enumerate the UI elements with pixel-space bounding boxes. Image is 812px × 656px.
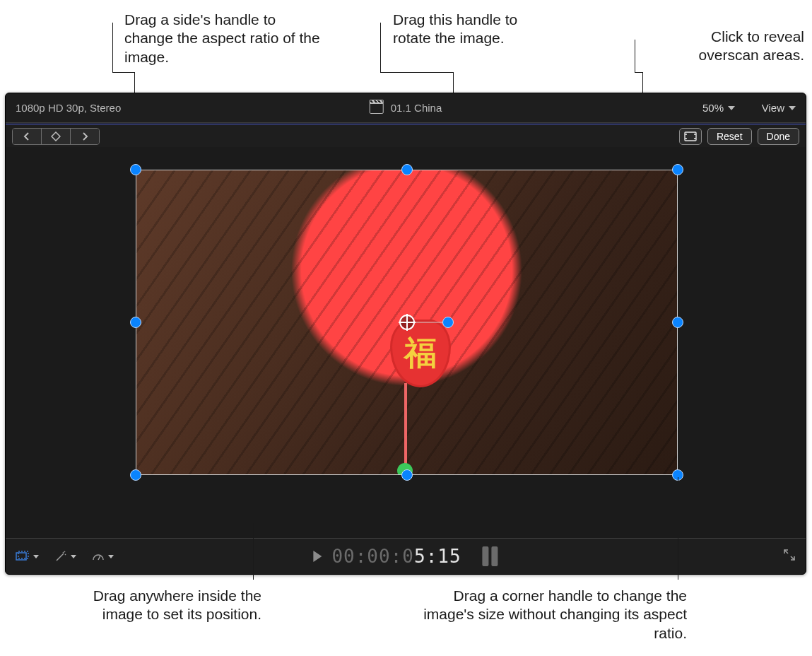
fullscreen-icon [783,549,796,561]
handle-mid-left[interactable] [130,317,141,328]
callout-inside: Drag anywhere inside the image to set it… [57,587,261,624]
play-button[interactable] [313,551,322,562]
leader-line [678,477,678,580]
overscan-icon [684,131,697,141]
handle-bot-mid[interactable] [401,469,413,481]
timecode-dim: 00:00:0 [331,546,414,567]
view-label: View [762,102,784,114]
overscan-button[interactable] [679,128,702,145]
handle-mid-right[interactable] [672,317,683,328]
audio-meters [483,546,498,566]
meter-bar [483,546,489,566]
nav-segment [12,128,100,145]
viewer-topbar: 1080p HD 30p, Stereo 01.1 China 50% View [6,93,806,123]
chevron-right-icon [81,132,89,141]
callout-corner: Drag a corner handle to change the image… [411,587,687,643]
lantern-tag: 福 [390,320,451,387]
viewer-window: 1080p HD 30p, Stereo 01.1 China 50% View [5,93,806,575]
viewer-bottombar: 00:00:05:15 [6,538,806,574]
speedometer-icon [92,551,105,562]
leader-line [635,72,642,73]
rotation-handle[interactable] [442,317,454,328]
clapboard-icon [370,102,384,114]
onscreen-toolbar: Reset Done [6,124,806,148]
viewer-area: 福 [6,147,806,539]
diamond-icon [51,131,61,141]
transform-icon [16,551,30,562]
leader-line [112,72,134,73]
chevron-down-icon [728,106,735,110]
format-label: 1080p HD 30p, Stereo [16,102,121,114]
done-button[interactable]: Done [758,128,799,145]
leader-line [253,523,254,580]
retime-menu[interactable] [92,551,114,562]
center-marker-button[interactable] [42,129,71,144]
timecode-display[interactable]: 00:00:05:15 [331,546,461,567]
clip-title: 01.1 China [370,102,442,114]
leader-line [635,40,635,72]
svg-rect-0 [685,132,696,141]
transform-tool-menu[interactable] [16,551,39,562]
view-select[interactable]: View [762,102,796,114]
chevron-left-icon [23,132,31,141]
chevron-down-icon [33,555,39,558]
reset-button[interactable]: Reset [707,128,752,145]
handle-bot-left[interactable] [130,469,141,481]
next-edit-button[interactable] [71,129,99,144]
handle-top-right[interactable] [672,164,683,175]
leader-line [380,72,453,73]
enhance-menu[interactable] [54,551,76,562]
callout-side-handle: Drag a side's handle to change the aspec… [124,11,322,66]
fullscreen-button[interactable] [783,549,796,564]
meter-bar [492,546,498,566]
callout-rotate-handle: Drag this handle to rotate the image. [393,11,534,48]
wand-icon [54,551,67,562]
leader-line [112,23,113,72]
transform-canvas[interactable]: 福 [136,170,678,475]
chevron-down-icon [789,106,796,110]
tag-glyph: 福 [392,322,449,385]
handle-top-mid[interactable] [401,164,413,175]
handle-top-left[interactable] [130,164,141,175]
zoom-select[interactable]: 50% [702,102,735,114]
lantern-string [404,383,407,468]
timecode-lit: 5:15 [414,546,461,567]
chevron-down-icon [71,555,76,558]
clip-title-text: 01.1 China [391,102,442,114]
chevron-down-icon [108,555,114,558]
leader-line [380,23,381,72]
anchor-target-icon[interactable] [399,315,415,330]
callout-overscan: Click to reveal overscan areas. [649,28,804,65]
zoom-value: 50% [702,102,724,114]
prev-edit-button[interactable] [13,129,42,144]
